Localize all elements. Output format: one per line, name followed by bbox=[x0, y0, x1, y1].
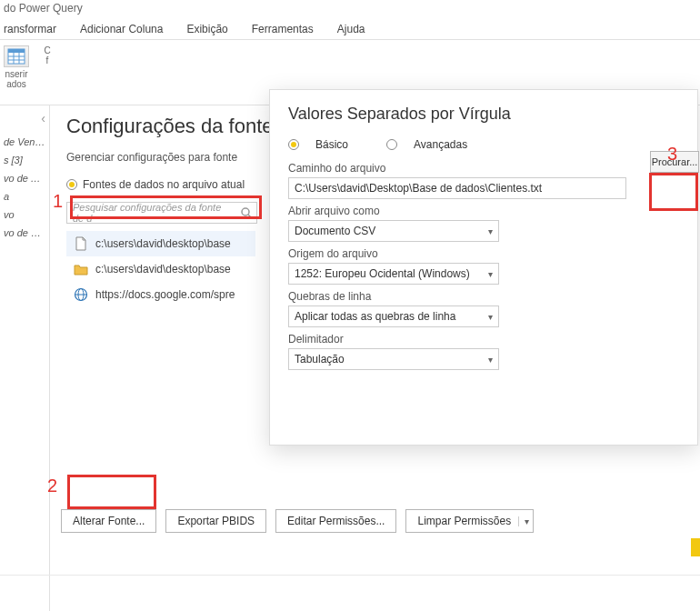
collapse-pane-icon[interactable]: ‹ bbox=[4, 111, 45, 125]
radio-icon[interactable] bbox=[288, 139, 299, 150]
menubar: ransformar Adicionar Coluna Exibição Fer… bbox=[0, 18, 700, 40]
change-source-button[interactable]: Alterar Fonte... bbox=[61, 509, 156, 533]
file-icon bbox=[74, 236, 88, 251]
window-title: do Power Query bbox=[0, 0, 700, 18]
data-source-label: c:\users\david\desktop\base bbox=[95, 263, 231, 275]
radio-icon[interactable] bbox=[386, 139, 397, 150]
menu-tools[interactable]: Ferramentas bbox=[252, 23, 314, 35]
edit-permissions-button[interactable]: Editar Permissões... bbox=[275, 509, 396, 533]
data-source-label: c:\users\david\desktop\base bbox=[95, 237, 231, 250]
query-item[interactable]: vo de Ex… bbox=[4, 224, 45, 242]
scope-radio-label: Fontes de dados no arquivo atual bbox=[83, 178, 245, 191]
clear-permissions-button[interactable]: Limpar Permissões ▾ bbox=[405, 509, 534, 533]
accent-tab bbox=[691, 538, 700, 556]
action-buttons: Alterar Fonte... Exportar PBIDS Editar P… bbox=[61, 509, 534, 533]
file-path-label: Caminho do arquivo bbox=[288, 162, 679, 175]
export-pbids-button[interactable]: Exportar PBIDS bbox=[165, 509, 266, 533]
file-origin-value: 1252: Europeu Ocidental (Windows) bbox=[295, 267, 470, 280]
query-item[interactable]: de Vend… bbox=[4, 133, 45, 151]
radio-advanced-label[interactable]: Avançadas bbox=[414, 138, 467, 151]
file-path-input[interactable]: C:\Users\david\Desktop\Base de dados\Cli… bbox=[288, 177, 626, 199]
table-icon bbox=[4, 45, 29, 67]
search-input[interactable]: Pesquisar configurações da fonte de d bbox=[66, 202, 257, 224]
query-item[interactable]: a bbox=[4, 187, 45, 205]
queries-pane: ‹ de Vend… s [3] vo de A… a vo vo de Ex… bbox=[0, 105, 50, 611]
menu-add-column[interactable]: Adicionar Coluna bbox=[80, 23, 163, 35]
svg-line-7 bbox=[248, 215, 252, 218]
linebreak-label: Quebras de linha bbox=[288, 290, 679, 303]
chevron-down-icon[interactable]: ▾ bbox=[518, 516, 529, 526]
footer bbox=[0, 575, 700, 611]
delimiter-label: Delimitador bbox=[288, 333, 679, 346]
query-item[interactable]: s [3] bbox=[4, 151, 45, 169]
menu-view[interactable]: Exibição bbox=[186, 23, 227, 35]
chevron-down-icon: ▾ bbox=[488, 355, 493, 365]
query-item[interactable]: vo de A… bbox=[4, 169, 45, 187]
open-as-select[interactable]: Documento CSV ▾ bbox=[288, 220, 499, 242]
data-source-label: https://docs.google.com/spre bbox=[95, 288, 235, 301]
linebreak-select[interactable]: Aplicar todas as quebras de linha ▾ bbox=[288, 306, 499, 327]
menu-help[interactable]: Ajuda bbox=[337, 23, 365, 35]
open-as-value: Documento CSV bbox=[295, 225, 375, 237]
open-as-label: Abrir arquivo como bbox=[288, 205, 679, 217]
linebreak-value: Aplicar todas as quebras de linha bbox=[295, 310, 455, 323]
folder-icon bbox=[74, 262, 88, 276]
delimiter-select[interactable]: Tabulação ▾ bbox=[288, 348, 499, 370]
annotation-number-1: 1 bbox=[53, 191, 63, 212]
data-source-item-folder[interactable]: c:\users\david\desktop\base bbox=[66, 256, 255, 282]
radio-icon bbox=[66, 179, 77, 190]
ribbon-combine[interactable]: Cf bbox=[33, 45, 62, 103]
ribbon-combine-label: Cf bbox=[33, 45, 62, 65]
chevron-down-icon: ▾ bbox=[488, 226, 493, 236]
ribbon-insert-data[interactable]: nserirados bbox=[2, 45, 31, 103]
svg-point-6 bbox=[242, 208, 249, 215]
file-origin-label: Origem do arquivo bbox=[288, 247, 679, 260]
search-placeholder: Pesquisar configurações da fonte de d bbox=[73, 202, 235, 224]
radio-basic-label[interactable]: Básico bbox=[315, 138, 348, 151]
chevron-down-icon: ▾ bbox=[488, 269, 493, 279]
ribbon-insert-label: nserirados bbox=[2, 69, 31, 89]
dialog-title: Valores Separados por Vírgula bbox=[288, 105, 679, 124]
globe-icon bbox=[74, 287, 88, 302]
query-item[interactable]: vo bbox=[4, 205, 45, 224]
svg-rect-1 bbox=[8, 49, 25, 53]
menu-transform[interactable]: ransformar bbox=[4, 23, 56, 35]
file-origin-select[interactable]: 1252: Europeu Ocidental (Windows) ▾ bbox=[288, 263, 499, 285]
data-source-item-web[interactable]: https://docs.google.com/spre bbox=[66, 282, 255, 307]
search-icon bbox=[240, 206, 253, 221]
csv-settings-dialog: Valores Separados por Vírgula Básico Ava… bbox=[269, 89, 698, 446]
annotation-number-2: 2 bbox=[47, 476, 57, 496]
chevron-down-icon: ▾ bbox=[488, 312, 493, 322]
delimiter-value: Tabulação bbox=[295, 353, 345, 366]
annotation-number-3: 3 bbox=[667, 144, 677, 165]
data-source-item-file[interactable]: c:\users\david\desktop\base bbox=[66, 231, 255, 256]
clear-permissions-label: Limpar Permissões bbox=[417, 515, 511, 527]
